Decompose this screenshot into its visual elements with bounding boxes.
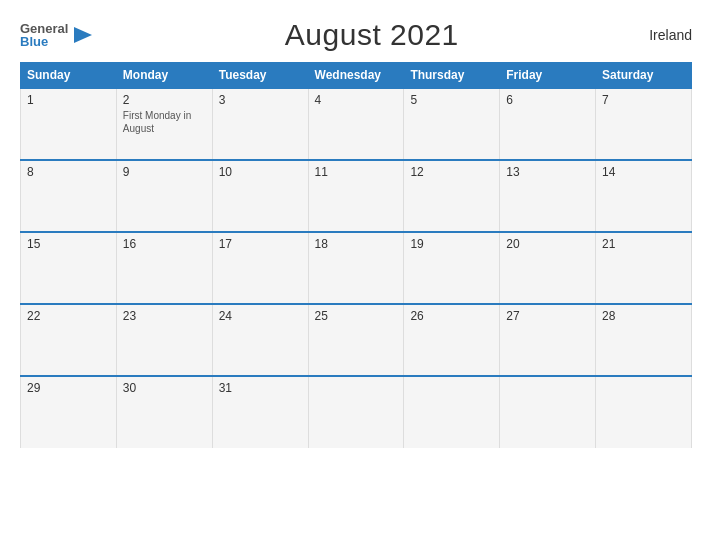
- day-number: 7: [602, 93, 685, 107]
- calendar-cell: 29: [21, 376, 117, 448]
- calendar-cell: 17: [212, 232, 308, 304]
- calendar-cell: 31: [212, 376, 308, 448]
- country-label: Ireland: [649, 27, 692, 43]
- day-number: 13: [506, 165, 589, 179]
- col-friday: Friday: [500, 63, 596, 89]
- col-thursday: Thursday: [404, 63, 500, 89]
- calendar-week-row: 12First Monday in August34567: [21, 88, 692, 160]
- calendar-cell: 24: [212, 304, 308, 376]
- calendar-cell: 25: [308, 304, 404, 376]
- day-number: 2: [123, 93, 206, 107]
- day-number: 6: [506, 93, 589, 107]
- calendar-cell: 7: [596, 88, 692, 160]
- calendar-cell: 18: [308, 232, 404, 304]
- calendar-cell: 3: [212, 88, 308, 160]
- day-number: 3: [219, 93, 302, 107]
- day-number: 27: [506, 309, 589, 323]
- calendar-cell: 28: [596, 304, 692, 376]
- col-tuesday: Tuesday: [212, 63, 308, 89]
- weekday-header-row: Sunday Monday Tuesday Wednesday Thursday…: [21, 63, 692, 89]
- day-number: 30: [123, 381, 206, 395]
- day-number: 31: [219, 381, 302, 395]
- calendar-cell: 23: [116, 304, 212, 376]
- calendar-week-row: 22232425262728: [21, 304, 692, 376]
- logo-flag-icon: [72, 26, 94, 44]
- calendar-table: Sunday Monday Tuesday Wednesday Thursday…: [20, 62, 692, 448]
- calendar-cell: 20: [500, 232, 596, 304]
- col-sunday: Sunday: [21, 63, 117, 89]
- calendar-page: General Blue August 2021 Ireland Sunday …: [0, 0, 712, 550]
- day-number: 10: [219, 165, 302, 179]
- day-number: 8: [27, 165, 110, 179]
- logo-blue-text: Blue: [20, 35, 48, 48]
- calendar-cell: [500, 376, 596, 448]
- calendar-cell: 13: [500, 160, 596, 232]
- logo: General Blue: [20, 22, 94, 48]
- calendar-cell: 12: [404, 160, 500, 232]
- calendar-cell: 5: [404, 88, 500, 160]
- day-number: 29: [27, 381, 110, 395]
- calendar-cell: 6: [500, 88, 596, 160]
- day-number: 17: [219, 237, 302, 251]
- col-wednesday: Wednesday: [308, 63, 404, 89]
- day-number: 21: [602, 237, 685, 251]
- day-number: 15: [27, 237, 110, 251]
- day-number: 11: [315, 165, 398, 179]
- calendar-cell: 21: [596, 232, 692, 304]
- day-number: 5: [410, 93, 493, 107]
- header: General Blue August 2021 Ireland: [20, 18, 692, 52]
- day-number: 12: [410, 165, 493, 179]
- day-number: 14: [602, 165, 685, 179]
- calendar-week-row: 15161718192021: [21, 232, 692, 304]
- calendar-week-row: 891011121314: [21, 160, 692, 232]
- day-number: 4: [315, 93, 398, 107]
- day-number: 23: [123, 309, 206, 323]
- calendar-cell: 15: [21, 232, 117, 304]
- day-number: 19: [410, 237, 493, 251]
- day-number: 28: [602, 309, 685, 323]
- calendar-cell: 8: [21, 160, 117, 232]
- calendar-cell: 11: [308, 160, 404, 232]
- col-saturday: Saturday: [596, 63, 692, 89]
- calendar-week-row: 293031: [21, 376, 692, 448]
- calendar-cell: 26: [404, 304, 500, 376]
- calendar-cell: 19: [404, 232, 500, 304]
- calendar-cell: 9: [116, 160, 212, 232]
- calendar-cell: 27: [500, 304, 596, 376]
- month-title: August 2021: [285, 18, 459, 52]
- calendar-cell: 14: [596, 160, 692, 232]
- day-number: 20: [506, 237, 589, 251]
- calendar-cell: 4: [308, 88, 404, 160]
- calendar-cell: 1: [21, 88, 117, 160]
- day-number: 18: [315, 237, 398, 251]
- day-number: 25: [315, 309, 398, 323]
- calendar-cell: 10: [212, 160, 308, 232]
- day-number: 22: [27, 309, 110, 323]
- col-monday: Monday: [116, 63, 212, 89]
- day-number: 9: [123, 165, 206, 179]
- calendar-cell: [596, 376, 692, 448]
- day-number: 16: [123, 237, 206, 251]
- calendar-cell: [404, 376, 500, 448]
- calendar-cell: 22: [21, 304, 117, 376]
- day-number: 26: [410, 309, 493, 323]
- calendar-cell: 2First Monday in August: [116, 88, 212, 160]
- calendar-cell: [308, 376, 404, 448]
- calendar-cell: 30: [116, 376, 212, 448]
- day-number: 1: [27, 93, 110, 107]
- calendar-cell: 16: [116, 232, 212, 304]
- svg-marker-0: [74, 27, 92, 43]
- day-event: First Monday in August: [123, 109, 206, 135]
- day-number: 24: [219, 309, 302, 323]
